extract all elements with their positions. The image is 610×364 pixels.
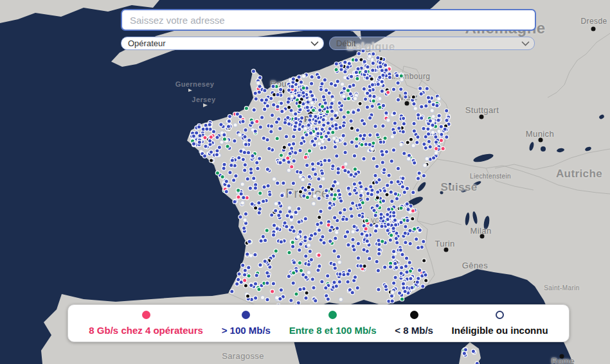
legend-label: Inéligible ou inconnu	[452, 325, 548, 336]
legend-dot-icon	[496, 311, 504, 319]
operator-select[interactable]: Opérateur	[121, 37, 324, 50]
legend-dot-icon	[410, 311, 418, 319]
operator-select-label: Opérateur	[128, 39, 166, 48]
legend-label: Entre 8 et 100 Mb/s	[289, 325, 377, 336]
legend-item: 8 Gb/s chez 4 opérateurs	[89, 311, 203, 336]
chevron-down-icon	[521, 41, 530, 46]
legend-dot-icon	[328, 311, 337, 319]
chevron-down-icon	[310, 41, 319, 46]
legend-dot-icon	[242, 311, 250, 319]
legend-item: > 100 Mb/s	[222, 311, 271, 336]
legend-item: Inéligible ou inconnu	[452, 311, 548, 336]
legend-label: > 100 Mb/s	[222, 325, 271, 336]
address-search-input[interactable]	[121, 9, 536, 31]
legend-label: < 8 Mb/s	[395, 325, 433, 336]
legend-dot-icon	[142, 311, 150, 319]
legend-label: 8 Gb/s chez 4 opérateurs	[89, 325, 203, 336]
legend-item: < 8 Mb/s	[395, 311, 433, 336]
speed-select[interactable]: Débit	[329, 37, 535, 50]
legend: 8 Gb/s chez 4 opérateurs> 100 Mb/sEntre …	[67, 304, 570, 342]
speed-select-label: Débit	[336, 39, 355, 48]
legend-item: Entre 8 et 100 Mb/s	[289, 311, 377, 336]
broadband-coverage-map-app: GuerneseyJerseyRouenParisLyonFranceBelgi…	[0, 0, 610, 364]
